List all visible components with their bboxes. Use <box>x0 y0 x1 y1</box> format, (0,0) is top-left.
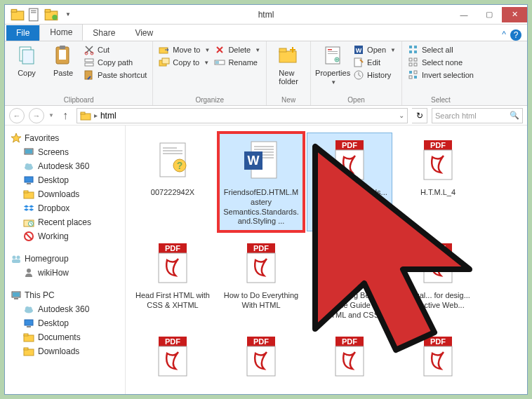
svg-rect-44 <box>409 76 412 79</box>
nav-item[interactable]: Desktop <box>8 316 122 330</box>
navigation-pane[interactable]: Favorites ScreensAutodesk 360DesktopDown… <box>5 126 126 394</box>
copy-to-button[interactable]: Copy to▼ <box>159 57 210 68</box>
file-item[interactable]: WFriendsofED.HTML.Mastery Semantics.Stan… <box>218 133 304 231</box>
nav-item[interactable]: Downloads <box>8 344 122 358</box>
svg-rect-53 <box>25 177 33 182</box>
nav-homegroup-header[interactable]: Homegroup <box>8 252 122 266</box>
nav-item[interactable]: Dropbox <box>8 201 122 215</box>
dropbox-icon <box>23 203 34 214</box>
file-label: 007222942X <box>151 188 194 198</box>
history-button[interactable]: History <box>353 69 396 81</box>
file-content-pane[interactable]: ?007222942XWFriendsofED.HTML.Mastery Sem… <box>126 126 527 394</box>
invert-selection-button[interactable]: Invert selection <box>408 69 474 81</box>
nav-favorites-header[interactable]: Favorites <box>8 131 122 145</box>
svg-rect-65 <box>13 292 20 297</box>
up-button[interactable]: ↑ <box>58 109 72 123</box>
svg-rect-24 <box>279 48 286 52</box>
tab-home[interactable]: Home <box>39 24 83 41</box>
nav-item[interactable]: wikiHow <box>8 266 122 280</box>
rename-button[interactable]: Rename <box>214 57 260 68</box>
svg-rect-56 <box>24 191 28 193</box>
delete-button[interactable]: Delete▼ <box>214 44 260 55</box>
file-item[interactable]: PDF <box>218 329 304 389</box>
nav-item[interactable]: Autodesk 360 <box>8 302 122 316</box>
properties-button[interactable]: Properties▼ <box>317 44 349 95</box>
svg-rect-36 <box>409 50 412 53</box>
file-item[interactable]: PDFHow to Do Everything With HTML <box>218 236 304 325</box>
svg-text:PDF: PDF <box>342 141 357 149</box>
move-to-button[interactable]: Move to▼ <box>159 44 210 55</box>
edit-button[interactable]: Edit <box>353 57 396 68</box>
back-button[interactable]: ← <box>9 108 25 123</box>
nav-homegroup: Homegroup wikiHow <box>8 252 122 280</box>
address-dropdown-icon[interactable]: ⌄ <box>399 111 404 119</box>
nav-item-label: Downloads <box>38 189 79 199</box>
file-item[interactable]: ?007222942X <box>130 133 215 231</box>
file-item[interactable]: PDF <box>130 329 215 389</box>
titlebar: ▼ html — ▢ ✕ <box>5 5 527 25</box>
tab-view[interactable]: View <box>125 25 163 41</box>
breadcrumb-segment[interactable]: html <box>100 111 117 121</box>
maximize-button[interactable]: ▢ <box>477 7 502 22</box>
tab-share[interactable]: Share <box>83 25 125 41</box>
properties-icon[interactable] <box>27 8 41 22</box>
forward-button[interactable]: → <box>29 108 44 123</box>
open-button[interactable]: WOpen▼ <box>353 44 396 55</box>
folder-icon <box>80 110 91 121</box>
desktop-icon <box>23 318 34 329</box>
file-item[interactable]: PDFHTML Dog Best-Practice Guide to XHTML… <box>307 236 392 325</box>
svg-rect-22 <box>215 61 219 64</box>
folder-icon <box>23 332 34 343</box>
svg-rect-79 <box>163 153 182 154</box>
nav-item[interactable]: Documents <box>8 330 122 344</box>
file-label: HTML Dog Best-Practice Guide to XHTML an… <box>310 291 389 320</box>
svg-point-7 <box>52 15 58 20</box>
history-dropdown-icon[interactable]: ▼ <box>48 112 54 119</box>
file-item[interactable]: PDFH.T.M.L_4 <box>395 133 481 231</box>
nav-item[interactable]: Autodesk 360 <box>8 159 122 173</box>
refresh-button[interactable]: ↻ <box>412 108 427 123</box>
file-item[interactable]: PDF <box>395 329 481 389</box>
ribbon-group-select: Select all Select none Invert selection … <box>402 41 479 105</box>
file-item[interactable]: PDF <box>307 329 392 389</box>
nav-item[interactable]: Downloads <box>8 187 122 201</box>
pdf-file-icon: PDF <box>327 137 372 185</box>
minimize-button[interactable]: — <box>451 7 477 22</box>
select-all-button[interactable]: Select all <box>408 44 474 55</box>
nav-thispc-header[interactable]: This PC <box>8 288 122 302</box>
nav-thispc: This PC Autodesk 360DesktopDocumentsDown… <box>8 288 122 358</box>
nav-item[interactable]: Desktop <box>8 173 122 187</box>
svg-rect-40 <box>409 63 412 66</box>
file-tab[interactable]: File <box>6 25 39 41</box>
close-button[interactable]: ✕ <box>502 7 527 22</box>
file-grid: ?007222942XWFriendsofED.HTML.Mastery Sem… <box>130 133 523 389</box>
ribbon-group-label: Clipboard <box>11 95 147 104</box>
new-folder-button[interactable]: New folder <box>272 44 305 95</box>
copy-button[interactable]: Copy <box>11 44 43 95</box>
search-input[interactable]: Search html 🔍 <box>432 108 523 123</box>
window-title: html <box>81 10 451 20</box>
qat-dropdown-icon[interactable]: ▼ <box>61 8 75 22</box>
svg-rect-9 <box>22 50 34 64</box>
file-item[interactable]: PDFHead First HTML with CSS & XHTML <box>130 236 215 325</box>
svg-rect-3 <box>31 10 36 11</box>
paste-shortcut-button[interactable]: Paste shortcut <box>84 69 147 81</box>
svg-text:?: ? <box>177 160 183 171</box>
help-button[interactable]: ? <box>510 29 521 41</box>
ribbon-collapse-button[interactable]: ^ <box>502 29 506 41</box>
screen-icon <box>23 147 34 158</box>
copy-path-button[interactable]: Copy path <box>84 57 147 68</box>
nav-item[interactable]: Working <box>8 229 122 243</box>
paste-button[interactable]: Paste <box>47 44 79 95</box>
nav-item[interactable]: Screens <box>8 145 122 159</box>
svg-rect-34 <box>409 46 412 48</box>
svg-text:PDF: PDF <box>165 337 180 346</box>
file-label: H.T.M.L_4 <box>420 188 455 198</box>
file-item[interactable]: PDFvisual... for desig... effective Web.… <box>395 236 481 325</box>
new-folder-icon[interactable] <box>44 8 58 22</box>
nav-item[interactable]: Recent places <box>8 215 122 229</box>
address-field[interactable]: ▸ html ⌄ <box>77 108 408 123</box>
cut-button[interactable]: Cut <box>84 44 147 55</box>
select-none-button[interactable]: Select none <box>408 57 474 68</box>
file-item[interactable]: PDF...fED.HTM Se... rds... <box>307 133 392 231</box>
